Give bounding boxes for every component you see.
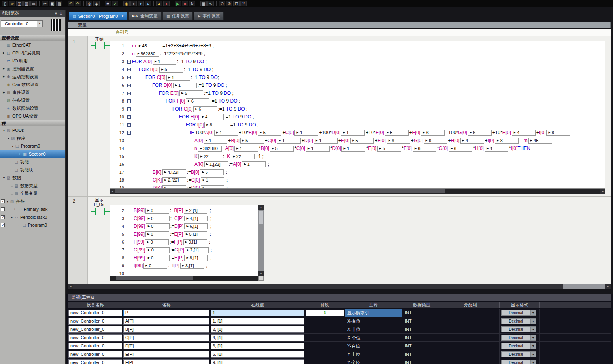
scroll-down-icon[interactable]: ▼: [258, 271, 264, 276]
upload-from-controller-icon[interactable]: ▲: [145, 1, 151, 6]
watch-row[interactable]: new_Controller_0E[P]5, [1]Y-十位INTDecimal…: [68, 350, 611, 358]
modify-value-cell[interactable]: [305, 358, 345, 364]
online-value-box[interactable]: ▶5: [270, 146, 294, 152]
contact[interactable]: [95, 208, 105, 215]
online-value-cell[interactable]: 4, [1]: [211, 334, 304, 341]
sidebar-item-cam-data[interactable]: ◆Cam数据设置: [0, 81, 65, 88]
sidebar-item-primary-task[interactable]: ∟▱PrimaryTask: [0, 205, 65, 213]
online-value-box[interactable]: ▶5: [240, 138, 264, 144]
fold-toggle-icon[interactable]: −: [127, 68, 131, 71]
modify-value-cell[interactable]: 1: [306, 310, 344, 316]
sidebar-item-data-types[interactable]: ∟▧数据类型: [0, 182, 65, 190]
online-value-box[interactable]: ▶1: [166, 75, 190, 81]
reset-controller-icon[interactable]: ↻: [189, 1, 195, 6]
troubleshoot-warning-icon[interactable]: ▲: [156, 1, 162, 6]
online-value-box[interactable]: ▶6: [186, 98, 209, 104]
online-value-cell[interactable]: 2, [1]: [211, 326, 304, 333]
online-value-cell[interactable]: 1: [211, 310, 304, 316]
watch-row[interactable]: new_Controller_0C[P]4, [1]X-个位INTDecimal…: [68, 334, 611, 342]
online-value-box[interactable]: ▶4: [512, 130, 536, 136]
online-value-box[interactable]: ▶1: [242, 161, 266, 167]
online-value-box[interactable]: ▶5: [350, 138, 374, 144]
sidebar-item-periodic-task0[interactable]: ✓▼▱PeriodicTask0: [0, 213, 65, 221]
online-value-box[interactable]: ▶0: [143, 263, 167, 269]
paste-icon[interactable]: ▤: [56, 1, 62, 6]
display-format-dropdown[interactable]: Decimal▼: [501, 310, 536, 316]
device-name-cell[interactable]: new_Controller_0: [68, 318, 122, 325]
online-value-box[interactable]: ▶22: [231, 154, 255, 159]
online-value-box[interactable]: ▶9,[1]: [183, 239, 207, 245]
tab-task-settings[interactable]: ▦任务设置: [162, 12, 193, 20]
online-value-box[interactable]: ▶1: [234, 146, 258, 152]
online-value-box[interactable]: ▶362880: [198, 146, 222, 152]
fold-toggle-icon[interactable]: −: [127, 99, 131, 103]
online-value-box[interactable]: ▶0: [146, 255, 170, 261]
monitor-icon[interactable]: ▦: [200, 1, 207, 6]
online-value-box[interactable]: ▶6: [421, 130, 445, 136]
online-value-box[interactable]: ▶45: [528, 138, 552, 144]
display-format-dropdown[interactable]: Decimal▼: [501, 335, 536, 341]
variables-bar[interactable]: 变量: [68, 22, 611, 28]
online-value-box[interactable]: ▶6: [449, 146, 472, 152]
online-value-box[interactable]: ▶0: [145, 231, 169, 237]
sidebar-item-program0[interactable]: ▼▤Program0: [0, 142, 65, 150]
scroll-right-icon[interactable]: ►: [605, 284, 611, 289]
watch-column-header[interactable]: 修改: [305, 302, 345, 308]
st-box-2-hscrollbar[interactable]: [110, 276, 258, 281]
build-icon[interactable]: ✱: [105, 1, 111, 6]
redo-icon[interactable]: ↷: [75, 1, 81, 6]
expander-icon[interactable]: ▼: [11, 145, 15, 148]
fold-toggle-icon[interactable]: −: [127, 60, 131, 64]
expander-icon[interactable]: ▼: [10, 216, 14, 219]
variable-name-cell[interactable]: P: [123, 310, 209, 316]
scroll-thumb[interactable]: [259, 211, 263, 224]
open-project-icon[interactable]: ▱: [9, 1, 15, 6]
save-all-icon[interactable]: ▥: [23, 1, 30, 6]
download-to-controller-icon[interactable]: ▼: [138, 1, 144, 6]
online-value-box[interactable]: ▶22: [198, 154, 222, 159]
display-format-dropdown[interactable]: Decimal▼: [501, 343, 536, 349]
online-value-cell[interactable]: 5, [1]: [211, 351, 304, 358]
watch-row[interactable]: new_Controller_0A[P]1, [1]X-百位INTDecimal…: [68, 317, 611, 325]
scroll-thumb[interactable]: [116, 276, 193, 280]
program-mode-icon[interactable]: ■: [182, 1, 188, 6]
online-value-box[interactable]: ▶1: [294, 130, 318, 136]
help-icon[interactable]: ?: [240, 1, 247, 6]
tab-global-variables[interactable]: var全局变量: [128, 12, 162, 20]
display-format-dropdown[interactable]: Decimal▼: [501, 318, 536, 324]
online-value-box[interactable]: ▶4,[22]: [162, 169, 186, 175]
zoom-out-icon[interactable]: ⊖: [219, 1, 225, 6]
online-value-box[interactable]: ▶0: [146, 223, 170, 229]
online-value-box[interactable]: ▶6: [468, 130, 492, 136]
online-value-box[interactable]: ▶2,[22]: [162, 177, 186, 183]
sidebar-item-event-setup[interactable]: ▶▤事件设置: [0, 88, 65, 96]
device-name-cell[interactable]: new_Controller_0: [68, 334, 122, 341]
online-value-box[interactable]: ▶5,[1]: [184, 231, 207, 237]
scroll-right-icon[interactable]: ►: [600, 189, 605, 194]
tab-section0-program0[interactable]: ▤Section0 - Program0×: [69, 12, 128, 20]
sidebar-item-tasks[interactable]: ✓▼▨任务: [0, 197, 65, 205]
display-format-dropdown[interactable]: Decimal▼: [501, 351, 536, 357]
online-value-box[interactable]: ▶6: [193, 106, 217, 112]
sidebar-item-cpu-rack[interactable]: ▶▤CPU/扩展机架: [0, 49, 65, 57]
watch-column-header[interactable]: 设备名称: [68, 302, 123, 308]
online-value-box[interactable]: ▶8,[1]: [184, 255, 208, 261]
expander-icon[interactable]: ▶: [2, 67, 6, 70]
online-value-box[interactable]: ▶0: [146, 216, 170, 221]
task-checkbox[interactable]: ✓: [1, 215, 5, 219]
online-value-box[interactable]: ▶: [201, 185, 224, 189]
variable-name-cell[interactable]: B[P]: [123, 326, 209, 333]
online-value-box[interactable]: ▶1: [201, 177, 224, 183]
online-value-box[interactable]: ▶5: [377, 146, 401, 152]
online-value-box[interactable]: ▶8: [204, 122, 228, 128]
online-value-box[interactable]: ▶362880: [136, 51, 159, 57]
online-value-box[interactable]: ▶6,[1]: [184, 223, 208, 229]
online-value-box[interactable]: ▶: [162, 185, 186, 189]
watch-row[interactable]: new_Controller_0P11显示解索引INTDecimal▼: [68, 309, 611, 317]
scroll-left-icon[interactable]: ◄: [110, 189, 115, 194]
online-value-box[interactable]: ▶6: [424, 138, 447, 144]
expander-icon[interactable]: ▼: [6, 200, 9, 203]
task-checkbox[interactable]: [1, 207, 5, 211]
fold-toggle-icon[interactable]: −: [127, 76, 131, 79]
modify-value-cell[interactable]: [305, 317, 345, 325]
